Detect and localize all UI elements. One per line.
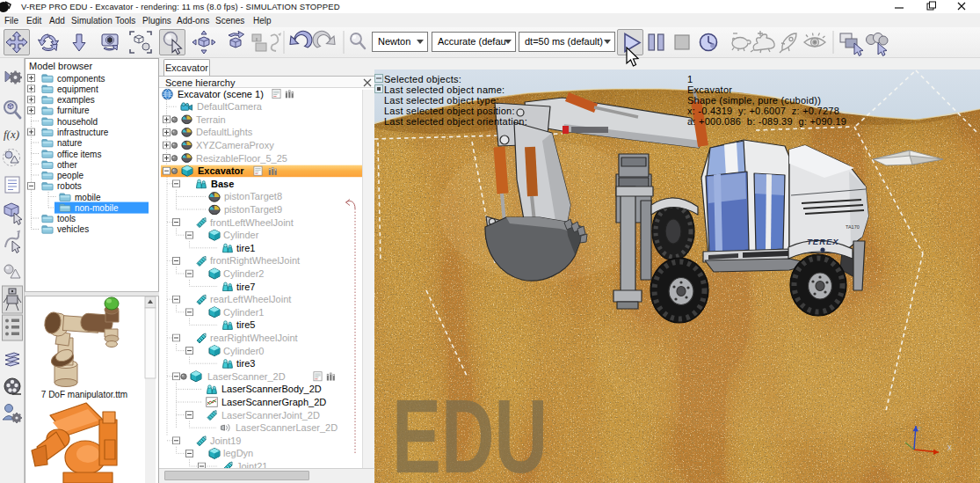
svg-text:Cylinder0: Cylinder0 [223,346,264,356]
svg-text:LaserScannerGraph_2D: LaserScannerGraph_2D [221,397,326,407]
svg-text:household: household [57,117,98,127]
svg-text:EDU: EDU [392,378,548,483]
svg-text:rearLeftWheelJoint: rearLeftWheelJoint [210,294,291,304]
svg-text:TEREX: TEREX [807,237,839,246]
svg-text:ResizableFloor_5_25: ResizableFloor_5_25 [196,153,287,164]
svg-text:pistonTarget9: pistonTarget9 [224,204,282,215]
svg-text:tire7: tire7 [236,282,255,292]
svg-text:pistonTarget8: pistonTarget8 [224,191,282,201]
svg-text:DefaultCamera: DefaultCamera [197,101,263,112]
svg-text:other: other [57,160,77,170]
svg-text:XYZCameraProxy: XYZCameraProxy [196,140,274,150]
svg-text:Base: Base [211,179,234,189]
svg-text:Excavator: Excavator [198,165,244,176]
svg-text:infrastructure: infrastructure [57,128,109,137]
svg-text:vehicles: vehicles [57,224,89,234]
svg-text:Cylinder: Cylinder [223,230,259,240]
svg-text:f(x): f(x) [4,128,19,141]
svg-text:LaserScannerLaser_2D: LaserScannerLaser_2D [236,422,338,433]
svg-text:frontLeftWheelJoint: frontLeftWheelJoint [210,217,294,228]
svg-text:Terrain: Terrain [196,114,226,125]
svg-text:Cylinder1: Cylinder1 [223,307,264,318]
svg-text:non-mobile: non-mobile [75,203,119,213]
svg-text:Cylinder2: Cylinder2 [223,268,264,279]
svg-text:x: x [947,443,952,452]
svg-text:Joint19: Joint19 [210,435,241,446]
svg-text:equipment: equipment [57,84,98,94]
svg-text:components: components [57,74,105,84]
svg-text:tools: tools [57,214,76,223]
svg-text:rearRightWheelJoint: rearRightWheelJoint [210,333,298,343]
svg-text:LaserScannerJoint_2D: LaserScannerJoint_2D [221,410,320,421]
svg-text:examples: examples [57,95,95,105]
svg-text:Joint21: Joint21 [236,461,267,468]
svg-text:people: people [57,171,83,180]
svg-text:LaserScanner_2D: LaserScanner_2D [207,371,286,382]
svg-text:furniture: furniture [57,106,90,115]
svg-text:frontRightWheelJoint: frontRightWheelJoint [210,255,300,266]
svg-text:nature: nature [57,138,83,148]
svg-text:7 DoF manipulator.ttm: 7 DoF manipulator.ttm [41,390,127,399]
svg-text:office items: office items [57,150,101,159]
svg-text:DefaultLights: DefaultLights [196,127,253,137]
svg-text:mobile: mobile [75,193,101,202]
svg-text:tire1: tire1 [236,243,255,253]
svg-text:Excavator (scene 1): Excavator (scene 1) [178,89,264,99]
svg-text:tire5: tire5 [236,319,255,330]
svg-text:LaserScannerBody_2D: LaserScannerBody_2D [221,384,322,394]
svg-text:TA170: TA170 [846,224,860,230]
svg-text:z: z [918,424,921,432]
svg-text:robots: robots [57,181,82,191]
svg-text:legDyn: legDyn [223,448,253,458]
svg-text:tire3: tire3 [236,358,255,369]
